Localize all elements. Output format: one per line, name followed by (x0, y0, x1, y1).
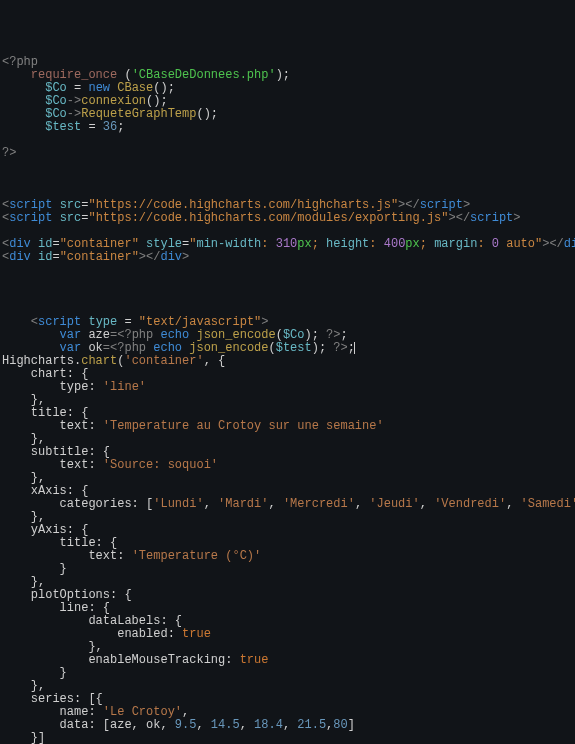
code-line: }, (2, 640, 103, 654)
code-line: enableMouseTracking: true (2, 653, 268, 667)
code-line: <div id="container"></div> (2, 250, 189, 264)
code-line: title: { (2, 406, 88, 420)
code-line: $Co->connexion(); (2, 94, 168, 108)
code-line: ?> (2, 146, 16, 160)
code-line: }] (2, 731, 45, 744)
code-line: require_once ('CBaseDeDonnees.php'); (2, 68, 290, 82)
code-editor: <?php require_once ('CBaseDeDonnees.php'… (0, 52, 575, 744)
code-line: Highcharts.chart('container', { (2, 354, 225, 368)
code-line: text: 'Temperature au Crotoy sur une sem… (2, 419, 384, 433)
code-line: chart: { (2, 367, 88, 381)
code-line: <script src="https://code.highcharts.com… (2, 211, 521, 225)
code-line: }, (2, 679, 45, 693)
code-line: <script src="https://code.highcharts.com… (2, 198, 470, 212)
code-line: } (2, 666, 67, 680)
code-line: data: [aze, ok, 9.5, 14.5, 18.4, 21.5,80… (2, 718, 355, 732)
code-line: }, (2, 393, 45, 407)
text-cursor (354, 342, 355, 354)
code-line: categories: ['Lundi', 'Mardi', 'Mercredi… (2, 497, 575, 511)
code-line: yAxis: { (2, 523, 88, 537)
code-line: }, (2, 510, 45, 524)
code-line: text: 'Temperature (°C)' (2, 549, 261, 563)
code-line: $Co = new CBase(); (2, 81, 175, 95)
code-line: <script type = "text/javascript"> (2, 315, 268, 329)
code-line: subtitle: { (2, 445, 110, 459)
code-line: var aze=<?php echo json_encode($Co); ?>; (2, 328, 348, 342)
code-line: type: 'line' (2, 380, 146, 394)
code-line: title: { (2, 536, 117, 550)
code-line: name: 'Le Crotoy', (2, 705, 189, 719)
code-line: line: { (2, 601, 110, 615)
code-line: <div id="container" style="min-width: 31… (2, 237, 575, 251)
code-line: $test = 36; (2, 120, 124, 134)
code-line: plotOptions: { (2, 588, 132, 602)
code-line: }, (2, 432, 45, 446)
code-line: $Co->RequeteGraphTemp(); (2, 107, 218, 121)
code-line: dataLabels: { (2, 614, 182, 628)
code-line: } (2, 562, 67, 576)
code-line: xAxis: { (2, 484, 88, 498)
code-line: var ok=<?php echo json_encode($test); ?>… (2, 341, 355, 355)
code-line: series: [{ (2, 692, 103, 706)
code-line: text: 'Source: soquoi' (2, 458, 218, 472)
code-line: <?php (2, 55, 38, 69)
code-line: }, (2, 575, 45, 589)
code-line: }, (2, 471, 45, 485)
code-line: enabled: true (2, 627, 211, 641)
